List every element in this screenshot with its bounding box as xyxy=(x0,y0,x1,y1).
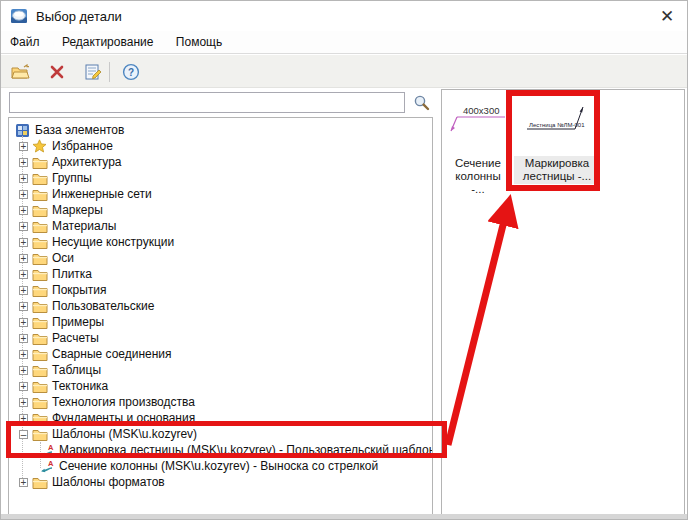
svg-text:A: A xyxy=(48,443,54,452)
expand-icon[interactable]: + xyxy=(19,254,28,263)
dialog-window: Выбор детали ✕ Файл Редактирование Помощ… xyxy=(0,0,688,520)
title-bar[interactable]: Выбор детали ✕ xyxy=(1,1,687,31)
folder-icon xyxy=(32,347,48,361)
tree-item[interactable]: +Материалы xyxy=(9,218,432,234)
tree-item[interactable]: +Инженерные сети xyxy=(9,186,432,202)
tree-item-label: Сечение колонны (MSK\u.kozyrev) - Выноск… xyxy=(59,459,378,473)
tree-item[interactable]: База элементов xyxy=(9,122,432,138)
tree-item[interactable]: +Фундаменты и основания xyxy=(9,410,432,426)
open-folder-icon xyxy=(11,64,31,80)
folder-icon xyxy=(32,475,48,489)
tree-item[interactable]: +Пользовательские xyxy=(9,298,432,314)
expand-icon[interactable]: + xyxy=(19,174,28,183)
tree-item[interactable]: +Шаблоны форматов xyxy=(9,474,432,490)
tree-item-label: Группы xyxy=(52,171,92,185)
tree-item[interactable]: +Маркеры xyxy=(9,202,432,218)
folder-icon xyxy=(32,299,48,313)
app-icon xyxy=(10,7,28,25)
expand-icon[interactable]: + xyxy=(19,302,28,311)
folder-icon xyxy=(32,203,48,217)
expand-icon[interactable]: + xyxy=(19,318,28,327)
tree-item[interactable]: –Шаблоны (MSK\u.kozyrev) xyxy=(9,426,432,442)
tree-item-label: Избранное xyxy=(52,139,113,153)
expand-icon[interactable]: + xyxy=(19,142,28,151)
tree-item[interactable]: +Тектоника xyxy=(9,378,432,394)
tree-item-label: Фундаменты и основания xyxy=(52,411,195,425)
tree-item-label: Покрытия xyxy=(52,283,107,297)
folder-icon xyxy=(32,411,48,425)
expand-icon[interactable]: + xyxy=(19,414,28,423)
collapse-icon[interactable]: – xyxy=(19,430,28,439)
tree-item[interactable]: AМаркировка лестницы (MSK\u.kozyrev) - П… xyxy=(9,442,432,458)
folder-icon xyxy=(32,315,48,329)
open-button[interactable] xyxy=(9,60,33,84)
delete-x-icon xyxy=(49,64,65,80)
menu-edit[interactable]: Редактирование xyxy=(53,31,162,49)
tree-item-label: Несущие конструкции xyxy=(52,235,174,249)
folder-icon xyxy=(32,251,48,265)
expand-icon[interactable]: + xyxy=(19,382,28,391)
folder-icon xyxy=(32,363,48,377)
folder-icon xyxy=(32,427,48,441)
toolbar-separator xyxy=(109,62,110,82)
star-icon xyxy=(32,139,48,153)
tree-item[interactable]: +Примеры xyxy=(9,314,432,330)
tree-item-label: База элементов xyxy=(35,123,124,137)
tree-item-label: Примеры xyxy=(52,315,104,329)
expand-icon[interactable]: + xyxy=(19,366,28,375)
help-icon: ? xyxy=(122,63,140,81)
preview-panel: 400x300Сечениеколонны -...Лестница №ЛМ-0… xyxy=(441,89,685,515)
menu-file[interactable]: Файл xyxy=(1,31,49,49)
tree-item-label: Расчеты xyxy=(52,331,99,345)
expand-icon[interactable]: + xyxy=(19,350,28,359)
tree-item-label: Инженерные сети xyxy=(52,187,152,201)
folder-icon xyxy=(32,235,48,249)
expand-icon[interactable]: + xyxy=(19,222,28,231)
tree-item[interactable]: +Группы xyxy=(9,170,432,186)
tree-item-label: Маркеры xyxy=(52,203,103,217)
search-button[interactable] xyxy=(409,92,433,113)
window-title: Выбор детали xyxy=(36,9,122,24)
preview-thumbnail: Лестница №ЛМ-001 xyxy=(514,94,600,150)
menu-help[interactable]: Помощь xyxy=(167,31,231,49)
folder-icon xyxy=(32,219,48,233)
tree-item[interactable]: +Архитектура xyxy=(9,154,432,170)
tree-item[interactable]: +Несущие конструкции xyxy=(9,234,432,250)
tree-item-label: Материалы xyxy=(52,219,116,233)
tree-item[interactable]: +Плитка xyxy=(9,266,432,282)
tree-connector-line xyxy=(40,442,41,468)
help-button[interactable]: ? xyxy=(119,60,143,84)
search-input[interactable] xyxy=(9,92,405,113)
toolbar: ? xyxy=(1,55,687,88)
expand-icon[interactable]: + xyxy=(19,238,28,247)
tree-item[interactable]: +Покрытия xyxy=(9,282,432,298)
tree-item[interactable]: +Расчеты xyxy=(9,330,432,346)
expand-icon[interactable]: + xyxy=(19,158,28,167)
preview-item[interactable]: Лестница №ЛМ-001Маркировкалестницы -... xyxy=(514,94,600,184)
tree-item[interactable]: AСечение колонны (MSK\u.kozyrev) - Вынос… xyxy=(9,458,432,474)
tree-item-label: Плитка xyxy=(52,267,92,281)
edit-button[interactable] xyxy=(81,60,105,84)
expand-icon[interactable]: + xyxy=(19,206,28,215)
preview-thumbnail: 400x300 xyxy=(446,94,510,150)
preview-item-label: Маркировкалестницы -... xyxy=(514,156,600,184)
tree-item-label: Шаблоны форматов xyxy=(52,475,165,489)
expand-icon[interactable]: + xyxy=(19,270,28,279)
search-icon xyxy=(413,94,430,111)
expand-icon[interactable]: + xyxy=(19,286,28,295)
svg-text:?: ? xyxy=(128,67,134,78)
expand-icon[interactable]: + xyxy=(19,478,28,487)
preview-item[interactable]: 400x300Сечениеколонны -... xyxy=(446,94,510,197)
expand-icon[interactable]: + xyxy=(19,190,28,199)
close-button[interactable]: ✕ xyxy=(655,5,679,29)
expand-icon[interactable]: + xyxy=(19,334,28,343)
tree-item[interactable]: +Сварные соединения xyxy=(9,346,432,362)
tree-item-label: Технология производства xyxy=(52,395,195,409)
tree-item[interactable]: +Технология производства xyxy=(9,394,432,410)
delete-button[interactable] xyxy=(45,60,69,84)
tree-item[interactable]: +Избранное xyxy=(9,138,432,154)
tree-item[interactable]: +Оси xyxy=(9,250,432,266)
expand-icon[interactable]: + xyxy=(19,398,28,407)
tree-item[interactable]: +Таблицы xyxy=(9,362,432,378)
folder-icon xyxy=(32,171,48,185)
